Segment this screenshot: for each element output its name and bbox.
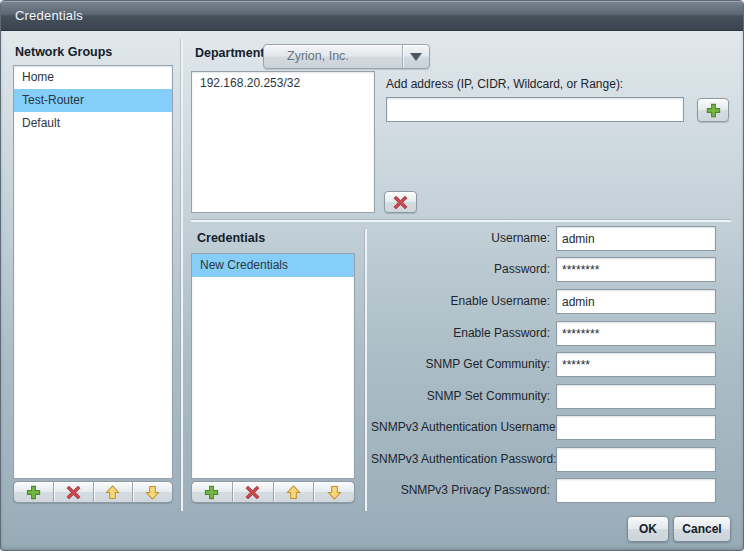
x-icon xyxy=(66,485,81,500)
plus-icon xyxy=(706,103,721,118)
plus-icon xyxy=(204,485,219,500)
password-input[interactable] xyxy=(556,257,716,282)
move-group-up-button[interactable] xyxy=(93,482,133,502)
arrow-up-icon xyxy=(105,485,120,500)
address-list[interactable]: 192.168.20.253/32 xyxy=(191,71,375,213)
username-label: Username: xyxy=(371,226,550,251)
move-credential-down-button[interactable] xyxy=(313,482,354,502)
list-item-home[interactable]: Home xyxy=(14,66,172,89)
network-groups-list[interactable]: Home Test-Router Default xyxy=(13,65,173,479)
move-group-down-button[interactable] xyxy=(132,482,172,502)
department-label: Department: xyxy=(195,46,269,60)
snmpv3-privacy-password-input[interactable] xyxy=(556,478,716,503)
enable-username-label: Enable Username: xyxy=(371,289,550,314)
add-address-button[interactable] xyxy=(697,98,729,122)
dialog-title: Credentials xyxy=(15,1,83,30)
list-item-default[interactable]: Default xyxy=(14,112,172,135)
snmpv3-auth-password-input[interactable] xyxy=(556,447,716,472)
dialog-body: Network Groups Home Test-Router Default … xyxy=(1,31,743,550)
credentials-form-divider xyxy=(365,229,367,511)
add-credential-button[interactable] xyxy=(192,482,232,502)
username-input[interactable] xyxy=(556,226,716,251)
snmp-get-community-label: SNMP Get Community: xyxy=(371,352,550,377)
address-list-item[interactable]: 192.168.20.253/32 xyxy=(192,72,374,94)
cancel-button[interactable]: Cancel xyxy=(673,516,731,542)
left-panel-divider xyxy=(181,39,183,511)
snmpv3-auth-password-label: SNMPv3 Authentication Password: xyxy=(371,447,550,472)
network-groups-header: Network Groups xyxy=(15,45,112,59)
list-item-new-credentials[interactable]: New Credentials xyxy=(192,254,354,277)
remove-address-button[interactable] xyxy=(384,191,417,213)
department-dropdown[interactable]: Zyrion, Inc. xyxy=(263,44,430,69)
network-groups-toolbar xyxy=(13,481,173,503)
remove-group-button[interactable] xyxy=(53,482,93,502)
remove-credential-button[interactable] xyxy=(232,482,273,502)
add-address-label: Add address (IP, CIDR, Wildcard, or Rang… xyxy=(386,77,623,91)
add-address-input[interactable] xyxy=(386,97,684,122)
dropdown-arrow-button[interactable] xyxy=(402,45,429,68)
snmp-set-community-input[interactable] xyxy=(556,384,716,409)
snmp-set-community-label: SNMP Set Community: xyxy=(371,384,550,409)
password-label: Password: xyxy=(371,257,550,282)
credentials-header: Credentials xyxy=(197,231,265,245)
section-divider xyxy=(191,220,731,222)
title-bar[interactable]: Credentials xyxy=(1,1,743,31)
move-credential-up-button[interactable] xyxy=(273,482,314,502)
list-item-test-router[interactable]: Test-Router xyxy=(14,89,172,112)
enable-password-input[interactable] xyxy=(556,321,716,346)
enable-password-label: Enable Password: xyxy=(371,321,550,346)
plus-icon xyxy=(26,485,41,500)
x-icon xyxy=(245,485,260,500)
snmpv3-privacy-password-label: SNMPv3 Privacy Password: xyxy=(371,478,550,503)
add-group-button[interactable] xyxy=(14,482,53,502)
snmp-get-community-input[interactable] xyxy=(556,352,716,377)
triangle-down-icon xyxy=(410,53,422,61)
department-selected-value: Zyrion, Inc. xyxy=(287,45,349,68)
credentials-toolbar xyxy=(191,481,355,503)
ok-button[interactable]: OK xyxy=(627,516,669,542)
snmpv3-auth-username-label: SNMPv3 Authentication Username: xyxy=(371,415,550,440)
enable-username-input[interactable] xyxy=(556,289,716,314)
credentials-dialog: Credentials Network Groups Home Test-Rou… xyxy=(0,0,744,551)
snmpv3-auth-username-input[interactable] xyxy=(556,415,716,440)
arrow-down-icon xyxy=(327,485,342,500)
x-icon xyxy=(393,195,408,210)
arrow-down-icon xyxy=(145,485,160,500)
credentials-list[interactable]: New Credentials xyxy=(191,253,355,479)
arrow-up-icon xyxy=(286,485,301,500)
